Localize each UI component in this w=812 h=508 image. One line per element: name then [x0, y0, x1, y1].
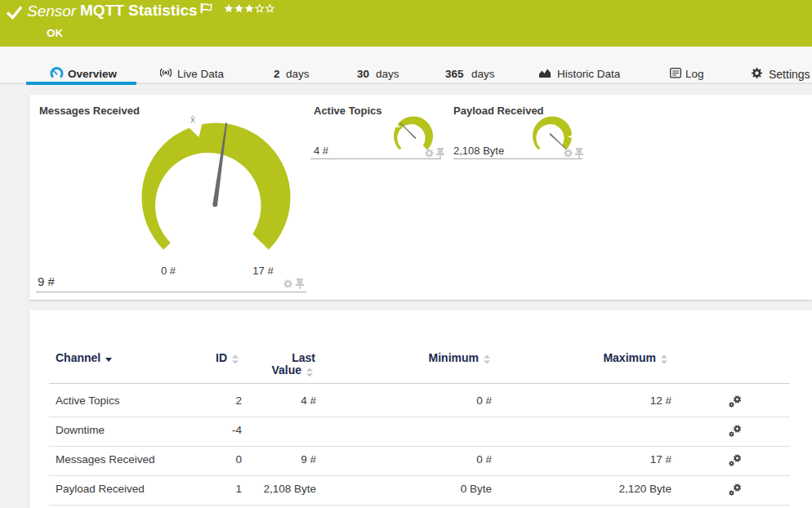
svg-text:x̄: x̄ — [190, 114, 195, 124]
